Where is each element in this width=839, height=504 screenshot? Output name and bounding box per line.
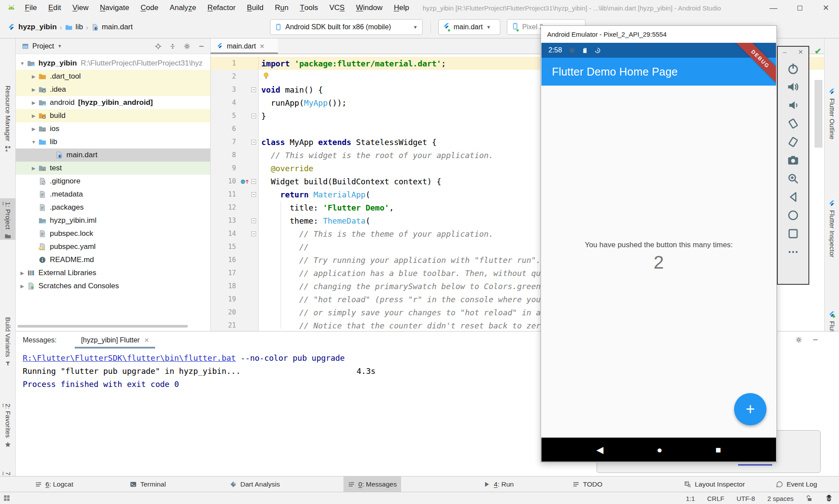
tool-window-switcher-icon[interactable] xyxy=(3,494,10,504)
device-selector-dropdown[interactable]: Android SDK built for x86 (mobile)▼ xyxy=(270,19,423,35)
inspection-ok-icon[interactable]: ✔ xyxy=(815,46,822,56)
fold-end-icon[interactable] xyxy=(251,114,256,118)
fold-open-icon[interactable] xyxy=(251,192,256,197)
intention-bulb-icon[interactable] xyxy=(262,72,270,79)
tree-collapsed-arrow-icon[interactable]: ▶ xyxy=(17,270,27,276)
collapse-all-icon[interactable] xyxy=(169,43,176,50)
minimize-window-icon[interactable]: — xyxy=(760,0,787,16)
emu-power-icon[interactable] xyxy=(787,62,799,75)
nav-overview-icon[interactable]: ■ xyxy=(716,445,721,455)
status-segment[interactable]: 2 spaces xyxy=(767,495,794,502)
override-method-icon[interactable] xyxy=(239,178,250,185)
tree-item-readme-md[interactable]: README.md xyxy=(16,253,210,266)
tree-item-pubspec-lock[interactable]: pubspec.lock xyxy=(16,227,210,240)
settings-icon[interactable] xyxy=(184,43,191,50)
dock-tab-flutter-outline[interactable]: Flutter Outline xyxy=(825,88,839,139)
toolwindow-button-6-logcat[interactable]: 6: Logcat xyxy=(31,476,78,492)
android-nav-bar[interactable]: ◀ ● ■ xyxy=(541,438,776,462)
toolwindow-button-layout-inspector[interactable]: Layout Inspector xyxy=(680,476,749,492)
close-tab-icon[interactable]: ✕ xyxy=(260,43,265,50)
emu-rotate-right-icon[interactable] xyxy=(787,136,799,148)
tree-item-ios[interactable]: ▶ios xyxy=(16,122,210,135)
tree-item--metadata[interactable]: .metadata xyxy=(16,188,210,201)
console-link[interactable]: R:\Flutter\FlutterSDK\flutter\bin\flutte… xyxy=(23,353,236,362)
fold-open-icon[interactable] xyxy=(251,87,256,92)
emulator-screen[interactable]: 2:58 Flutter Demo Home Page DEBUG You ha… xyxy=(541,43,776,462)
menu-analyze[interactable]: Analyze xyxy=(164,0,202,16)
tree-item-pubspec-yaml[interactable]: YMLpubspec.yaml xyxy=(16,240,210,253)
project-panel-header[interactable]: Project ▼ xyxy=(16,38,210,54)
tree-item--packages[interactable]: .packages xyxy=(16,201,210,214)
menu-refactor[interactable]: Refactor xyxy=(202,0,241,16)
tree-item-lib[interactable]: ▼lib xyxy=(16,135,210,148)
emu-rotate-left-icon[interactable] xyxy=(787,117,799,130)
menu-view[interactable]: View xyxy=(67,0,94,16)
hide-icon[interactable] xyxy=(198,43,205,50)
tree-item-external-libraries[interactable]: ▶External Libraries xyxy=(16,266,210,280)
editor-scrollbar[interactable] xyxy=(815,80,822,148)
tree-collapsed-arrow-icon[interactable]: ▶ xyxy=(29,113,38,119)
messages-tab-flutter[interactable]: [hyzp_yibin] Flutter ✕ xyxy=(75,331,155,349)
fold-open-icon[interactable] xyxy=(251,179,256,184)
breadcrumb-item[interactable]: main.dart xyxy=(102,23,133,31)
dock-tab-2-favorites[interactable]: 2: Favorites xyxy=(0,400,16,448)
fold-open-icon[interactable] xyxy=(251,231,256,236)
hector-inspector-icon[interactable] xyxy=(825,494,833,502)
tree-expanded-arrow-icon[interactable]: ▼ xyxy=(17,61,27,66)
menu-window[interactable]: Window xyxy=(350,0,388,16)
tree-item-main-dart[interactable]: main.dart xyxy=(16,148,210,162)
dock-tab-resource-manager[interactable]: Resource Manager xyxy=(0,82,16,152)
tree-item-android[interactable]: ▶android[hyzp_yibin_android] xyxy=(16,96,210,109)
breadcrumb-item[interactable]: hyzp_yibin xyxy=(18,23,57,31)
status-segment[interactable]: UTF-8 xyxy=(736,495,755,502)
menu-navigate[interactable]: Navigate xyxy=(94,0,135,16)
fab-increment-button[interactable]: + xyxy=(734,393,766,425)
tree-item--gitignore[interactable]: .gitignore xyxy=(16,175,210,188)
dock-tab-1-project[interactable]: 1: Project xyxy=(0,198,16,240)
tree-item-hyzp-yibin[interactable]: ▼hyzp_yibinR:\FlutterProject\FlutterProj… xyxy=(16,57,210,70)
menu-help[interactable]: Help xyxy=(388,0,415,16)
tree-item--idea[interactable]: ▶.idea xyxy=(16,83,210,96)
tree-collapsed-arrow-icon[interactable]: ▶ xyxy=(29,87,38,93)
minimize-icon[interactable]: – xyxy=(783,48,787,55)
locate-icon[interactable] xyxy=(155,43,162,50)
restore-window-icon[interactable] xyxy=(787,0,813,16)
emu-camera-icon[interactable] xyxy=(787,154,799,166)
tab-main-dart[interactable]: main.dart ✕ xyxy=(211,38,278,54)
menu-run[interactable]: Run xyxy=(269,0,294,16)
tree-item-build[interactable]: ▶build xyxy=(16,109,210,122)
settings-icon[interactable] xyxy=(795,336,802,343)
emu-nav-back-icon[interactable] xyxy=(787,191,799,203)
emu-nav-overview-icon[interactable] xyxy=(787,228,799,240)
tree-item-test[interactable]: ▶test xyxy=(16,162,210,175)
tree-item--dart-tool[interactable]: ▶.dart_tool xyxy=(16,70,210,83)
emu-volume-down-icon[interactable] xyxy=(787,99,799,111)
close-icon[interactable]: ✕ xyxy=(144,337,149,344)
run-config-dropdown[interactable]: main.dart▼ xyxy=(438,19,500,35)
tree-expanded-arrow-icon[interactable]: ▼ xyxy=(29,139,38,145)
tree-collapsed-arrow-icon[interactable]: ▶ xyxy=(29,74,38,79)
toolwindow-button-4-run[interactable]: 4: Run xyxy=(479,476,518,492)
project-tree-hscrollbar[interactable] xyxy=(17,325,188,328)
menu-vcs[interactable]: VCS xyxy=(324,0,350,16)
emu-nav-home-icon[interactable] xyxy=(787,209,799,221)
dock-tab-build-variants[interactable]: Build Variants xyxy=(0,314,16,367)
emu-zoom-in-icon[interactable] xyxy=(787,173,799,185)
tree-item-scratches-and-consoles[interactable]: ▶Scratches and Consoles xyxy=(16,280,210,293)
hide-icon[interactable] xyxy=(812,336,819,343)
toolwindow-button-dart-analysis[interactable]: Dart Analysis xyxy=(225,476,284,492)
toolwindow-button-todo[interactable]: TODO xyxy=(568,476,607,492)
tree-collapsed-arrow-icon[interactable]: ▶ xyxy=(29,166,38,171)
status-segment[interactable]: 1:1 xyxy=(686,495,695,502)
tree-collapsed-arrow-icon[interactable]: ▶ xyxy=(17,283,27,289)
menu-file[interactable]: File xyxy=(19,0,42,16)
menu-edit[interactable]: Edit xyxy=(42,0,66,16)
breadcrumb-item[interactable]: lib xyxy=(76,23,83,31)
dock-tab-flutter-inspector[interactable]: Flutter Inspector xyxy=(825,200,839,257)
fold-open-icon[interactable] xyxy=(251,140,256,145)
toolwindow-button-0-messages[interactable]: 0: Messages xyxy=(343,476,401,492)
status-segment[interactable]: CRLF xyxy=(707,495,724,502)
tree-collapsed-arrow-icon[interactable]: ▶ xyxy=(29,100,38,106)
close-window-icon[interactable]: ✕ xyxy=(813,0,839,16)
nav-home-icon[interactable]: ● xyxy=(657,445,662,455)
